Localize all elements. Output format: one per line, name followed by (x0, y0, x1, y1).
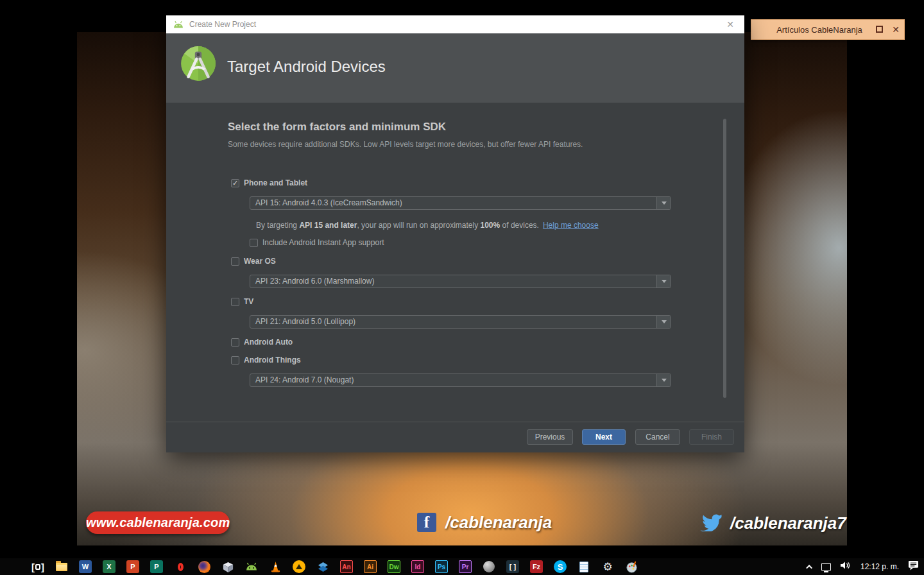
wizard-footer: Previous Next Cancel Finish (166, 422, 744, 452)
facebook-icon: f (417, 513, 436, 532)
filezilla-icon[interactable]: Fz (530, 560, 543, 573)
adobe-animate-icon[interactable]: An (340, 560, 353, 573)
blue-layers-icon[interactable] (316, 560, 329, 573)
skype-icon[interactable]: S (554, 560, 567, 573)
android-head-icon (173, 21, 184, 28)
dropdown-phone-sdk[interactable]: API 15: Android 4.0.3 (IceCreamSandwich) (250, 196, 671, 210)
checkbox-label: Wear OS (244, 257, 276, 266)
paint-palette-icon[interactable] (625, 560, 638, 573)
cube-3d-icon[interactable] (221, 560, 234, 573)
scrollbar-thumb[interactable] (723, 119, 726, 398)
android-studio-logo-icon (179, 44, 218, 85)
chevron-down-icon[interactable] (656, 316, 671, 328)
checkbox-wear-os[interactable]: Wear OS (231, 257, 276, 266)
section-subheading: Some devices require additional SDKs. Lo… (228, 140, 583, 149)
floating-window-title: Artículos CableNaranja (751, 25, 871, 35)
adobe-photoshop-icon[interactable]: Ps (435, 560, 448, 573)
floating-window-titlebar[interactable]: Artículos CableNaranja ✕ (751, 19, 905, 40)
android-icon[interactable] (245, 560, 258, 573)
publisher-icon[interactable]: P (150, 560, 163, 573)
adobe-indesign-icon[interactable]: Id (411, 560, 424, 573)
twitter-handle: /cablenaranja7 (730, 513, 846, 533)
dropdown-value: API 21: Android 5.0 (Lollipop) (255, 317, 355, 326)
help-me-choose-link[interactable]: Help me choose (543, 221, 599, 230)
checkbox-label: TV (244, 297, 253, 306)
checkbox-android-auto[interactable]: Android Auto (231, 338, 293, 347)
brackets-icon[interactable]: [ ] (506, 560, 519, 573)
windows-start-icon[interactable] (8, 560, 21, 573)
create-new-project-dialog: Create New Project ✕ Target Android Devi… (166, 15, 744, 452)
dropdown-value: API 23: Android 6.0 (Marshmallow) (255, 277, 374, 286)
checkbox-icon[interactable] (231, 298, 239, 306)
vlc-icon[interactable] (269, 560, 282, 573)
note-text: , your app will run on approximately (357, 221, 480, 230)
chevron-down-icon[interactable] (656, 275, 671, 288)
chevron-down-icon[interactable] (656, 197, 671, 209)
checkbox-icon[interactable] (231, 179, 239, 187)
daemon-tools-icon[interactable] (293, 560, 305, 573)
taskbar: []WXPPAnAiDwIdPsPr[ ]FzS⚙ 12:12 p. m. (0, 558, 924, 575)
dialog-close-icon[interactable]: ✕ (723, 15, 738, 33)
checkbox-instant-app[interactable]: Include Android Instant App support (250, 238, 384, 247)
firefox-icon[interactable] (198, 560, 210, 573)
opera-icon[interactable] (174, 560, 187, 573)
note-bold: 100% (481, 221, 501, 230)
next-button[interactable]: Next (582, 429, 626, 445)
section-heading: Select the form factors and minimum SDK (228, 121, 446, 133)
gray-sphere-app-icon[interactable] (483, 560, 495, 573)
checkbox-label: Phone and Tablet (244, 178, 307, 187)
file-explorer-icon[interactable] (55, 560, 68, 573)
wizard-body: Select the form factors and minimum SDK … (166, 103, 744, 422)
maximize-button[interactable] (871, 24, 887, 35)
cancel-button[interactable]: Cancel (635, 429, 680, 445)
close-button[interactable]: ✕ (887, 24, 904, 35)
taskbar-icons: []WXPPAnAiDwIdPsPr[ ]FzS⚙ (0, 560, 638, 573)
excel-icon[interactable]: X (103, 560, 116, 573)
network-icon[interactable] (821, 563, 831, 571)
checkbox-icon[interactable] (231, 257, 239, 266)
tray-chevron-up-icon[interactable] (806, 564, 812, 571)
dialog-titlebar[interactable]: Create New Project ✕ (166, 15, 744, 33)
task-view-icon[interactable]: [] (31, 560, 44, 573)
website-badge: www.cablenaranja.com (86, 511, 230, 534)
checkbox-icon[interactable] (231, 356, 239, 365)
adobe-dreamweaver-icon[interactable]: Dw (388, 560, 400, 573)
dropdown-value: API 15: Android 4.0.3 (IceCreamSandwich) (255, 198, 402, 207)
previous-button[interactable]: Previous (527, 429, 573, 445)
powerpoint-icon[interactable]: P (126, 560, 139, 573)
api-coverage-note: By targeting API 15 and later, your app … (256, 221, 599, 230)
settings-gear-icon[interactable]: ⚙ (601, 560, 614, 573)
system-tray: 12:12 p. m. (808, 558, 924, 575)
checkbox-label: Include Android Instant App support (262, 238, 384, 247)
checkbox-icon[interactable] (231, 338, 239, 347)
note-text: By targeting (256, 221, 299, 230)
finish-button: Finish (689, 429, 734, 445)
volume-icon[interactable] (840, 561, 851, 572)
dropdown-value: API 24: Android 7.0 (Nougat) (255, 375, 354, 384)
dropdown-tv-sdk[interactable]: API 21: Android 5.0 (Lollipop) (250, 315, 671, 329)
dropdown-wear-sdk[interactable]: API 23: Android 6.0 (Marshmallow) (250, 275, 671, 288)
checkbox-android-things[interactable]: Android Things (231, 356, 301, 365)
chevron-down-icon[interactable] (656, 374, 671, 386)
checkbox-label: Android Things (244, 356, 301, 365)
taskbar-clock[interactable]: 12:12 p. m. (860, 562, 899, 571)
dropdown-things-sdk[interactable]: API 24: Android 7.0 (Nougat) (250, 373, 671, 387)
adobe-premiere-icon[interactable]: Pr (459, 560, 472, 573)
checkbox-tv[interactable]: TV (231, 297, 253, 306)
note-bold: API 15 and later (299, 221, 357, 230)
checkbox-label: Android Auto (244, 338, 293, 347)
facebook-handle: /cablenaranja (445, 513, 552, 533)
action-center-icon[interactable] (908, 560, 919, 573)
twitter-icon (699, 512, 723, 534)
note-text: of devices. (500, 221, 539, 230)
checkbox-phone-and-tablet[interactable]: Phone and Tablet (231, 178, 307, 187)
adobe-illustrator-icon[interactable]: Ai (364, 560, 377, 573)
checkbox-icon[interactable] (250, 239, 258, 247)
word-icon[interactable]: W (79, 560, 92, 573)
wizard-header: Target Android Devices (166, 33, 744, 103)
dialog-title: Create New Project (189, 20, 256, 29)
wizard-step-title: Target Android Devices (227, 58, 386, 76)
notepad-icon[interactable] (578, 560, 590, 573)
